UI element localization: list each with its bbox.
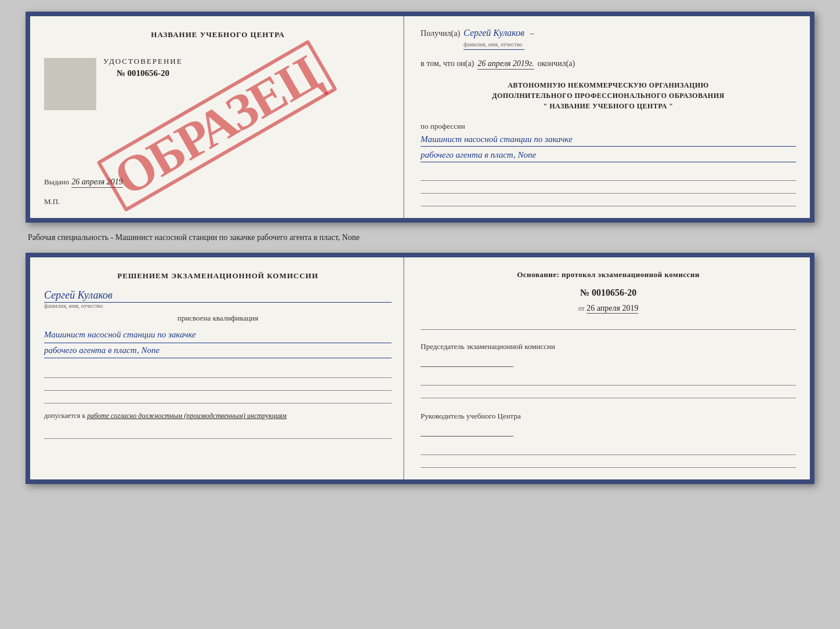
poluchil-sub: фамилия, имя, отчество [464,41,522,48]
bottom-left-panel: Решением экзаменационной комиссии Сергей… [30,257,404,479]
bottom-right-panel: Основание: протокол экзаменационной коми… [404,257,810,479]
po-professii-label: по профессии [421,122,796,131]
org-line1: АВТОНОМНУЮ НЕКОММЕРЧЕСКУЮ ОРГАНИЗАЦИЮ [421,80,796,90]
top-right-dash-lines [421,170,796,206]
bottom-kvalif-block: Машинист насосной станции по закачке раб… [44,328,392,358]
dash-line-3 [421,196,796,206]
top-left-title: НАЗВАНИЕ УЧЕБНОГО ЦЕНТРА [44,30,392,39]
ot-label: от [578,304,585,312]
org-block: АВТОНОМНУЮ НЕКОММЕРЧЕСКУЮ ОРГАНИЗАЦИЮ ДО… [421,80,796,111]
dopusk-label: допускается к [44,412,85,420]
top-right-panel: Получил(а) Сергей Кулаков фамилия, имя, … [404,16,810,218]
vtom-label: в том, что он(а) [421,59,474,68]
right-dash-3 [421,388,796,398]
vtom-row: в том, что он(а) 26 апреля 2019г. окончи… [421,59,796,70]
protokol-date: от 26 апреля 2019 [421,304,796,314]
rukovod-block: Руководитель учебного Центра [421,411,796,437]
bottom-dash-1 [44,368,392,378]
rukovod-label: Руководитель учебного Центра [421,411,796,421]
kvalif-line1: Машинист насосной станции по закачке [44,328,392,343]
right-dash-5 [421,457,796,468]
chairman-signature-line [421,354,513,367]
chairman-block: Председатель экзаменационной комиссии [421,341,796,367]
ot-date: 26 апреля 2019 [586,304,638,314]
issued-label: Выдано [44,177,69,187]
right-side-dashes [421,375,796,398]
bottom-fio-sub: фамилия, имя, отчество [44,303,392,309]
dash-line-2 [421,183,796,194]
issued-date: 26 апреля 2019 [71,177,122,188]
bottom-left-dashes [44,368,392,403]
bottom-dash-3 [44,393,392,403]
middle-text: Рабочая специальность - Машинист насосно… [26,232,814,243]
kvalif-line2: рабочего агента в пласт, None [44,343,392,359]
profession-line1: Машинист насосной станции по закачке [421,132,796,147]
bottom-dash-last [44,428,392,439]
bottom-person-name: Сергей Кулаков [44,289,392,303]
stamp-area [44,58,96,110]
right-dash-4 [421,445,796,455]
po-professii-block: по профессии Машинист насосной станции п… [421,117,796,162]
cert-block: УДОСТОВЕРЕНИЕ № 0010656-20 [103,57,183,78]
org-name: " НАЗВАНИЕ УЧЕБНОГО ЦЕНТРА " [421,101,796,111]
poluchil-row: Получил(а) Сергей Кулаков фамилия, имя, … [421,28,796,50]
profession-line2: рабочего агента в пласт, None [421,148,796,162]
mp-label: М.П. [44,197,392,206]
bottom-document: Решением экзаменационной комиссии Сергей… [26,253,814,484]
issued-row: Выдано 26 апреля 2019 [44,172,392,188]
cert-label: УДОСТОВЕРЕНИЕ [103,57,183,66]
osnovanie-title: Основание: протокол экзаменационной коми… [421,270,796,279]
vtom-date: 26 апреля 2019г. [477,59,534,70]
dash-line-1 [421,170,796,181]
right-bottom-dash-1 [421,319,796,330]
right-dash-2 [421,375,796,386]
org-line2: ДОПОЛНИТЕЛЬНОГО ПРОФЕССИОНАЛЬНОГО ОБРАЗО… [421,90,796,101]
poluchil-name: Сергей Кулаков фамилия, имя, отчество [464,28,524,50]
okonchil-label: окончил(а) [538,59,575,68]
cert-number: № 0010656-20 [117,68,169,78]
bottom-person-block: Сергей Кулаков фамилия, имя, отчество [44,286,392,309]
protokol-number: № 0010656-20 [421,288,796,298]
bottom-dash-2 [44,380,392,391]
chairman-label: Председатель экзаменационной комиссии [421,341,796,352]
dopuskaetsya-block: допускается к работе согласно должностны… [44,412,392,420]
top-document: НАЗВАНИЕ УЧЕБНОГО ЦЕНТРА УДОСТОВЕРЕНИЕ №… [26,12,814,223]
prisvoena-label: присвоена квалификация [44,314,392,323]
resheniem-text: Решением экзаменационной комиссии [44,270,392,282]
dopusk-work: работе согласно должностным (производств… [87,412,287,420]
top-left-panel: НАЗВАНИЕ УЧЕБНОГО ЦЕНТРА УДОСТОВЕРЕНИЕ №… [30,16,404,218]
right-side-dashes-2 [421,445,796,468]
poluchil-label: Получил(а) [421,29,460,38]
rukovod-signature-line [421,424,513,437]
